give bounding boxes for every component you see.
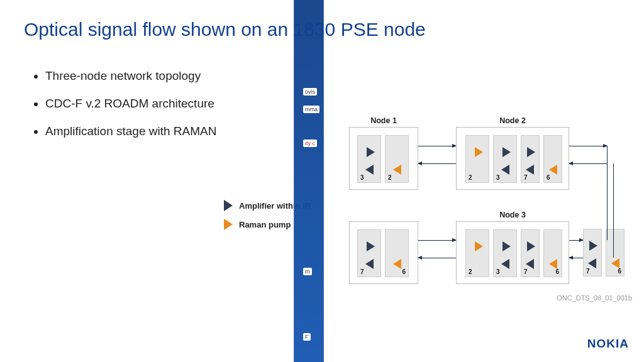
slot: 6 <box>606 229 625 277</box>
raman-pump-icon <box>611 258 619 268</box>
overlay-chip: ovis <box>303 88 317 96</box>
amplifier-icon <box>527 147 535 157</box>
overlay-chip: mma <box>303 106 319 113</box>
slot-number: 7 <box>524 174 528 181</box>
slot: 3 <box>493 135 517 183</box>
slot: 7 <box>521 229 540 277</box>
legend-label: Raman pump <box>239 220 291 229</box>
link-arrow <box>418 146 456 146</box>
raman-pump-icon <box>549 259 557 269</box>
overlay-chip: m <box>303 268 312 275</box>
amplifier-icon <box>502 241 511 251</box>
raman-pump-icon <box>224 219 233 230</box>
node-1-bottom: 7 6 <box>349 221 418 284</box>
raman-pump-icon <box>475 241 483 251</box>
slot: 6 <box>543 229 562 277</box>
slot: 7 <box>357 229 381 277</box>
slot-number: 7 <box>524 268 528 275</box>
bullet-list: Three-node network topology CDC-F v.2 RO… <box>31 69 283 152</box>
raman-pump-icon <box>475 147 483 157</box>
slot: 7 <box>521 135 540 183</box>
link-segment <box>613 163 614 258</box>
slot: 6 <box>385 229 409 277</box>
bullet-item: CDC-F v.2 ROADM architecture <box>45 97 283 111</box>
slot: 3 <box>357 135 381 183</box>
slot-number: 2 <box>388 174 392 181</box>
slot-number: 6 <box>618 268 621 275</box>
topology-diagram: Node 1 3 2 Node 2 2 3 7 6 <box>343 121 632 290</box>
overlay-chip: F <box>303 333 311 341</box>
amplifier-icon <box>527 241 535 251</box>
slot: 2 <box>465 135 489 183</box>
page-title: Optical signal flow shown on an 1830 PSE… <box>24 19 426 40</box>
node-2-ext: 7 6 <box>583 221 628 284</box>
amplifier-icon <box>502 147 511 157</box>
link-arrow <box>418 240 456 241</box>
amplifier-icon <box>526 259 534 269</box>
link-arrow <box>569 258 583 258</box>
link-arrow <box>569 146 607 146</box>
slot-number: 6 <box>547 174 550 181</box>
raman-pump-icon <box>393 165 401 175</box>
amplifier-icon <box>501 165 509 175</box>
slot: 2 <box>385 135 409 183</box>
bullet-item: Three-node network topology <box>45 69 283 83</box>
slot: 7 <box>583 229 602 277</box>
slot: 2 <box>465 229 489 277</box>
slot-number: 3 <box>360 174 364 181</box>
amplifier-icon <box>365 259 374 269</box>
brand-logo: NOKIA <box>587 337 629 351</box>
link-arrow <box>569 163 607 164</box>
amplifier-icon <box>589 241 597 251</box>
amplifier-icon <box>224 200 233 211</box>
amplifier-icon <box>588 258 596 268</box>
link-segment <box>607 146 608 240</box>
amplifier-icon <box>501 259 509 269</box>
overlay-chip: ity c <box>303 140 317 147</box>
node-label: Node 1 <box>370 116 397 125</box>
amplifier-icon <box>526 165 534 175</box>
link-arrow <box>418 163 456 164</box>
overlay-strip: ovis mma ity c m F <box>294 0 324 362</box>
node-label: Node 2 <box>499 116 526 125</box>
node-1-top: Node 1 3 2 <box>349 127 418 190</box>
node-3: Node 3 2 3 7 6 <box>456 221 569 284</box>
node-2: Node 2 2 3 7 6 <box>456 127 569 190</box>
slot: 6 <box>543 135 562 183</box>
slot-number: 6 <box>555 268 559 275</box>
link-arrow <box>418 258 456 258</box>
raman-pump-icon <box>393 259 401 269</box>
slot: 3 <box>493 229 517 277</box>
amplifier-icon <box>367 147 375 157</box>
amplifier-icon <box>367 241 375 251</box>
slot-number: 2 <box>469 268 472 275</box>
slot-number: 7 <box>360 268 364 275</box>
link-arrow <box>569 240 583 241</box>
slot-number: 3 <box>496 174 500 181</box>
slot-number: 7 <box>586 268 590 275</box>
bullet-item: Amplification stage with RAMAN <box>45 124 283 138</box>
slot-number: 6 <box>402 268 406 275</box>
slot-number: 3 <box>496 268 500 275</box>
figure-reference: ONC_DTS_08_01_001b <box>557 294 632 302</box>
raman-pump-icon <box>549 165 557 175</box>
node-label: Node 3 <box>499 211 526 219</box>
slot-number: 2 <box>469 174 472 181</box>
amplifier-icon <box>365 165 374 175</box>
